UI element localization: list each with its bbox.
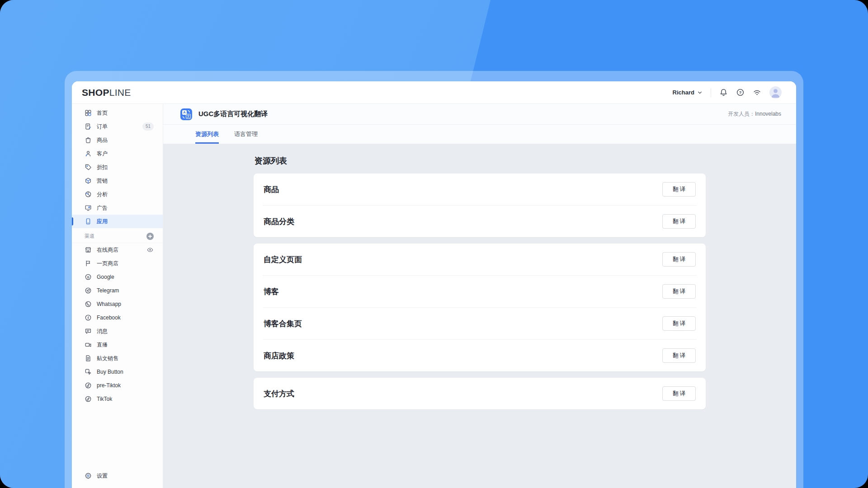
buy-button-icon (85, 368, 92, 375)
translate-app-icon: A 文 (180, 108, 192, 120)
sidebar-item-buy-button[interactable]: Buy Button (72, 365, 163, 379)
tab-language-management[interactable]: 语言管理 (234, 125, 258, 144)
sidebar-item-label: 订单 (97, 123, 108, 131)
gear-icon (85, 472, 92, 479)
marketing-icon (85, 177, 92, 184)
svg-text:?: ? (739, 90, 741, 95)
sidebar-item-label: 消息 (97, 328, 108, 335)
messages-icon (85, 328, 92, 335)
translate-button[interactable]: 翻译 (662, 348, 696, 363)
resource-label: 商品 (264, 184, 279, 195)
sidebar-item-label: 一页商店 (97, 260, 118, 267)
resource-row: 博客合集页 翻译 (254, 308, 706, 339)
sidebar-item-pre-tiktok[interactable]: pre-Tiktok (72, 379, 163, 392)
translate-button[interactable]: 翻译 (662, 386, 696, 401)
sidebar-item-online-store[interactable]: 在线商店 (72, 243, 163, 257)
live-icon (85, 341, 92, 348)
resource-row: 自定义页面 翻译 (254, 244, 706, 275)
sidebar-item-live[interactable]: 直播 (72, 338, 163, 352)
sidebar-item-label: 设置 (97, 472, 108, 480)
content-area: 资源列表 商品 翻译 商品分类 翻译 自定义页面 翻译 博客 翻译 博 (163, 144, 796, 488)
sidebar-item-whatsapp[interactable]: Whatsapp (72, 297, 163, 311)
sidebar-item-home[interactable]: 首页 (72, 106, 163, 120)
sidebar-item-apps[interactable]: 应用 (72, 215, 163, 228)
translate-button[interactable]: 翻译 (662, 214, 696, 229)
topbar-actions: Richard ? (673, 86, 782, 99)
sidebar-item-label: 应用 (97, 218, 108, 225)
sidebar-item-label: Google (97, 274, 114, 280)
admin-window: SHOPLINE Richard ? (72, 81, 796, 488)
whatsapp-icon (85, 300, 92, 308)
network-wifi-icon[interactable] (753, 88, 761, 97)
content-inner: 资源列表 商品 翻译 商品分类 翻译 自定义页面 翻译 博客 翻译 博 (254, 155, 706, 409)
resource-label: 支付方式 (264, 389, 294, 399)
resource-row: 博客 翻译 (254, 276, 706, 307)
translate-button[interactable]: 翻译 (662, 182, 696, 197)
sidebar-item-facebook[interactable]: f Facebook (72, 311, 163, 324)
translate-button[interactable]: 翻译 (662, 252, 696, 267)
sidebar-item-google[interactable]: G Google (72, 270, 163, 284)
sidebar-channel-list: 在线商店 一页商店 G Google Telegram Whatsapp f F… (72, 243, 163, 406)
sidebar-item-one-page-store[interactable]: 一页商店 (72, 257, 163, 270)
logo-light-text: LINE (109, 87, 131, 98)
user-menu[interactable]: Richard (673, 89, 703, 96)
orders-icon (85, 123, 92, 130)
sidebar-item-customers[interactable]: 客户 (72, 147, 163, 160)
logo-bold-text: SHOP (82, 87, 109, 98)
sidebar-item-ads[interactable]: 广告 (72, 201, 163, 215)
sidebar-item-orders[interactable]: 订单 51 (72, 120, 163, 133)
help-icon[interactable]: ? (736, 88, 745, 97)
resource-cards: 商品 翻译 商品分类 翻译 自定义页面 翻译 博客 翻译 博客合集页 翻译 商店… (254, 174, 706, 409)
channels-label: 渠道 (85, 233, 94, 239)
developer-name: Innovelabs (755, 111, 781, 117)
sidebar: 首页 订单 51 商品 客户 折扣 营销 分析 广告 (72, 104, 163, 488)
eye-icon[interactable] (146, 246, 154, 253)
sidebar-item-label: 首页 (97, 109, 108, 117)
resource-label: 自定义页面 (264, 254, 302, 265)
apps-icon (85, 218, 92, 225)
resource-row: 商店政策 翻译 (254, 340, 706, 371)
sidebar-item-label: 营销 (97, 177, 108, 185)
avatar[interactable] (769, 86, 782, 99)
home-icon (85, 109, 92, 117)
orders-count-badge: 51 (142, 122, 154, 131)
sidebar-item-label: 客户 (97, 150, 108, 158)
sidebar-item-messages[interactable]: 消息 (72, 324, 163, 338)
resource-row: 支付方式 翻译 (254, 378, 706, 409)
sidebar-item-label: TikTok (97, 396, 112, 402)
translate-button[interactable]: 翻译 (662, 284, 696, 299)
resource-card: 商品 翻译 商品分类 翻译 (254, 174, 706, 237)
sidebar-item-discounts[interactable]: 折扣 (72, 160, 163, 174)
translate-button[interactable]: 翻译 (662, 316, 696, 331)
sidebar-item-label: 贴文销售 (97, 355, 118, 362)
notifications-bell-icon[interactable] (719, 88, 728, 97)
sidebar-item-marketing[interactable]: 营销 (72, 174, 163, 188)
sidebar-item-products[interactable]: 商品 (72, 133, 163, 147)
tabs-row: 资源列表语言管理 (163, 125, 796, 144)
sidebar-item-settings[interactable]: 设置 (72, 469, 163, 483)
sidebar-item-telegram[interactable]: Telegram (72, 284, 163, 297)
sidebar-item-tiktok[interactable]: TikTok (72, 392, 163, 406)
resource-row: 商品 翻译 (254, 174, 706, 205)
blue-background: SHOPLINE Richard ? (0, 0, 868, 488)
analytics-icon (85, 191, 92, 198)
settings-wrap: 设置 (72, 469, 163, 488)
sidebar-item-analytics[interactable]: 分析 (72, 188, 163, 201)
sidebar-item-label: 分析 (97, 191, 108, 198)
resource-row: 商品分类 翻译 (254, 206, 706, 237)
sidebar-item-label: 直播 (97, 341, 108, 349)
topbar-divider (711, 88, 711, 97)
tiktok-icon (85, 382, 92, 389)
resource-label: 商品分类 (264, 216, 294, 227)
developer-info: 开发人员：Innovelabs (728, 110, 781, 118)
sidebar-item-posts[interactable]: 贴文销售 (72, 352, 163, 365)
tab-resource-list[interactable]: 资源列表 (195, 125, 219, 144)
products-icon (85, 136, 92, 144)
facebook-icon: f (85, 314, 92, 321)
translucent-frame: SHOPLINE Richard ? (65, 71, 803, 488)
shopline-logo[interactable]: SHOPLINE (82, 87, 131, 98)
developer-label: 开发人员： (728, 111, 755, 117)
add-channel-button[interactable] (146, 233, 154, 240)
sidebar-item-label: 广告 (97, 204, 108, 212)
resource-card: 自定义页面 翻译 博客 翻译 博客合集页 翻译 商店政策 翻译 (254, 244, 706, 371)
